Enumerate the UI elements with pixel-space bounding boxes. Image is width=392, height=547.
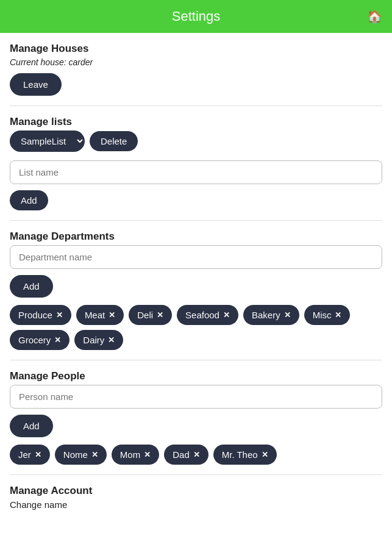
person-tag-label: Mr. Theo [222, 449, 258, 460]
manage-lists-section: Manage lists SampleList Delete Add [10, 116, 382, 210]
settings-content: Manage Houses Current house: carder Leav… [0, 33, 392, 527]
person-tag-remove[interactable]: ✕ [144, 450, 151, 459]
department-tag-remove[interactable]: ✕ [223, 310, 230, 320]
manage-houses-title: Manage Houses [10, 43, 382, 55]
person-tag: Mom✕ [112, 445, 159, 465]
person-tag-label: Nome [63, 449, 88, 460]
department-tag: Produce✕ [10, 305, 71, 325]
person-name-input[interactable] [10, 385, 382, 409]
department-name-input[interactable] [10, 245, 382, 269]
add-person-button[interactable]: Add [10, 415, 53, 437]
departments-tags: Produce✕Meat✕Deli✕Seafood✕Bakery✕Misc✕Gr… [10, 305, 382, 350]
department-tag: Seafood✕ [177, 305, 238, 325]
manage-account-section: Manage Account Change name [10, 485, 382, 510]
leave-button[interactable]: Leave [10, 73, 62, 96]
person-tag: Nome✕ [55, 445, 107, 465]
manage-lists-row: SampleList Delete [10, 130, 382, 152]
current-house-label: Current house: carder [10, 57, 382, 67]
list-name-input[interactable] [10, 160, 382, 184]
person-tag-label: Jer [18, 449, 31, 460]
department-tag: Misc✕ [304, 305, 351, 325]
department-tag-label: Meat [85, 310, 105, 320]
department-tag: Dairy✕ [74, 330, 123, 350]
app-header: Settings 🏠 [0, 0, 392, 33]
manage-account-title: Manage Account [10, 485, 382, 497]
department-tag-label: Bakery [252, 310, 280, 320]
department-tag-label: Seafood [185, 310, 219, 320]
department-tag-remove[interactable]: ✕ [56, 310, 63, 320]
department-tag-label: Deli [137, 310, 153, 320]
divider-1 [10, 105, 382, 106]
manage-departments-title: Manage Departments [10, 231, 382, 243]
manage-lists-title: Manage lists [10, 116, 382, 128]
person-tag: Dad✕ [164, 445, 208, 465]
department-tag-remove[interactable]: ✕ [284, 310, 291, 320]
person-tag-label: Mom [120, 449, 140, 460]
person-tag: Mr. Theo✕ [213, 445, 277, 465]
department-tag-remove[interactable]: ✕ [157, 310, 163, 320]
department-tag-remove[interactable]: ✕ [54, 335, 61, 345]
manage-departments-section: Manage Departments Add Produce✕Meat✕Deli… [10, 231, 382, 350]
department-tag-remove[interactable]: ✕ [335, 310, 341, 320]
department-tag: Deli✕ [129, 305, 172, 325]
add-department-button[interactable]: Add [10, 275, 53, 298]
divider-4 [10, 474, 382, 475]
delete-list-button[interactable]: Delete [90, 131, 138, 151]
person-tag-remove[interactable]: ✕ [91, 450, 98, 459]
manage-houses-section: Manage Houses Current house: carder Leav… [10, 43, 382, 96]
divider-3 [10, 360, 382, 360]
home-icon[interactable]: 🏠 [367, 9, 382, 24]
department-tag: Grocery✕ [10, 330, 69, 350]
department-tag-remove[interactable]: ✕ [109, 310, 115, 320]
header-title: Settings [172, 9, 221, 24]
manage-people-section: Manage People Add Jer✕Nome✕Mom✕Dad✕Mr. T… [10, 370, 382, 465]
department-tag: Meat✕ [76, 305, 124, 325]
add-list-button[interactable]: Add [10, 190, 48, 210]
manage-people-title: Manage People [10, 370, 382, 382]
department-tag-label: Dairy [83, 335, 104, 345]
people-tags: Jer✕Nome✕Mom✕Dad✕Mr. Theo✕ [10, 445, 382, 465]
lists-dropdown[interactable]: SampleList [10, 130, 85, 152]
department-tag-label: Produce [18, 310, 52, 320]
person-tag-label: Dad [173, 449, 190, 460]
person-tag-remove[interactable]: ✕ [35, 450, 41, 459]
department-tag-label: Misc [313, 310, 332, 320]
person-tag-remove[interactable]: ✕ [262, 450, 268, 459]
change-name-label[interactable]: Change name [10, 499, 382, 510]
department-tag-remove[interactable]: ✕ [108, 335, 115, 345]
department-tag: Bakery✕ [243, 305, 299, 325]
divider-2 [10, 220, 382, 221]
department-tag-label: Grocery [18, 335, 51, 345]
person-tag-remove[interactable]: ✕ [193, 450, 200, 459]
person-tag: Jer✕ [10, 445, 50, 465]
